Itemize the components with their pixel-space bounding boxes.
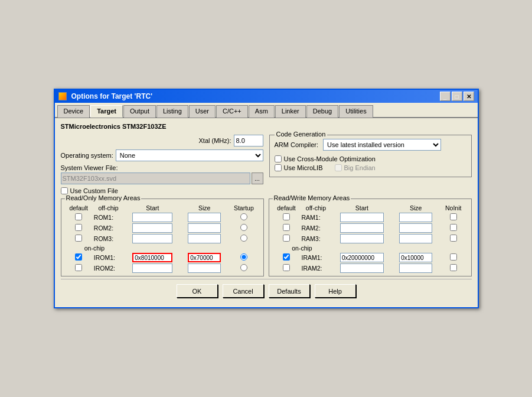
ram2-size-input[interactable] bbox=[399, 223, 432, 233]
irom2-startup-radio[interactable] bbox=[240, 264, 247, 271]
ram3-row: RAM3: bbox=[273, 233, 468, 244]
custom-file-label: Use Custom File bbox=[70, 187, 118, 194]
window-icon bbox=[58, 92, 67, 100]
irom2-default-checkbox[interactable] bbox=[75, 264, 82, 271]
iram2-default-checkbox[interactable] bbox=[283, 264, 290, 271]
irom2-row: IROM2: bbox=[65, 263, 260, 274]
readwrite-col-offchip: off-chip bbox=[300, 204, 331, 212]
readwrite-table: default off-chip Start Size NoInit RAM1: bbox=[273, 204, 468, 274]
close-button[interactable]: ✕ bbox=[464, 92, 474, 101]
right-column: Code Generation ARM Compiler: Use latest… bbox=[269, 135, 472, 196]
iram2-start-input[interactable] bbox=[340, 263, 384, 273]
ram3-size-input[interactable] bbox=[399, 234, 432, 243]
rom3-row: ROM3: bbox=[65, 233, 260, 244]
rom1-start-input[interactable] bbox=[132, 213, 172, 222]
ram2-start-input[interactable] bbox=[340, 223, 384, 233]
rom3-startup-radio[interactable] bbox=[240, 235, 247, 242]
iram1-default-checkbox[interactable] bbox=[283, 253, 290, 261]
rom1-startup-radio[interactable] bbox=[240, 213, 247, 220]
minimize-button[interactable]: _ bbox=[440, 92, 451, 101]
svf-label: System Viewer File: bbox=[61, 164, 118, 171]
ram3-default-checkbox[interactable] bbox=[283, 235, 290, 242]
cross-module-checkbox[interactable] bbox=[275, 155, 282, 162]
ram2-default-checkbox[interactable] bbox=[283, 224, 290, 231]
rom2-size-input[interactable] bbox=[188, 223, 221, 233]
rom3-label: ROM3: bbox=[93, 233, 125, 244]
title-buttons: _ □ ✕ bbox=[440, 92, 474, 101]
device-name: STMicroelectronics STM32F103ZE bbox=[61, 123, 472, 130]
cross-module-label: Use Cross-Module Optimization bbox=[284, 155, 376, 162]
readwrite-col-start: Start bbox=[331, 204, 392, 212]
iram1-row: IRAM1: bbox=[273, 252, 468, 263]
readwrite-col-noinit: NoInit bbox=[439, 204, 468, 212]
cancel-button[interactable]: Cancel bbox=[223, 284, 264, 298]
ram1-size-input[interactable] bbox=[399, 213, 432, 222]
iram1-noinit-checkbox[interactable] bbox=[450, 253, 457, 261]
readwrite-col-size: Size bbox=[393, 204, 439, 212]
irom1-size-input[interactable] bbox=[188, 253, 221, 262]
rom3-size-input[interactable] bbox=[188, 234, 221, 243]
irom2-size-input[interactable] bbox=[188, 263, 221, 273]
tab-target[interactable]: Target bbox=[90, 105, 123, 118]
arm-compiler-select[interactable]: Use latest installed version V5.06 V6.16 bbox=[323, 139, 441, 151]
ram1-start-input[interactable] bbox=[340, 213, 384, 222]
rom3-start-input[interactable] bbox=[132, 234, 172, 243]
svd-row: ... bbox=[61, 173, 263, 184]
readonly-col-offchip: off-chip bbox=[93, 204, 125, 212]
bottom-bar: OK Cancel Defaults Help bbox=[61, 279, 472, 302]
tab-output[interactable]: Output bbox=[123, 105, 156, 118]
iram1-size-input[interactable] bbox=[399, 253, 432, 262]
os-select[interactable]: None bbox=[116, 149, 263, 161]
readwrite-onchip-label: on-chip bbox=[273, 244, 332, 252]
microlib-checkbox[interactable] bbox=[275, 164, 282, 171]
svf-label-row: System Viewer File: bbox=[61, 164, 263, 171]
xtal-input[interactable] bbox=[234, 135, 263, 147]
defaults-button[interactable]: Defaults bbox=[269, 284, 310, 298]
custom-file-checkbox[interactable] bbox=[61, 187, 68, 194]
tab-cpp[interactable]: C/C++ bbox=[216, 105, 248, 118]
rom2-start-input[interactable] bbox=[132, 223, 172, 233]
irom2-start-input[interactable] bbox=[132, 263, 172, 273]
readonly-col-start: Start bbox=[124, 204, 181, 212]
svd-browse-button[interactable]: ... bbox=[252, 173, 263, 184]
rom1-default-checkbox[interactable] bbox=[75, 213, 82, 220]
main-layout: Xtal (MHz): Operating system: None Syste… bbox=[61, 135, 472, 196]
ram1-default-checkbox[interactable] bbox=[283, 213, 290, 220]
iram2-noinit-checkbox[interactable] bbox=[450, 264, 457, 271]
ram2-row: RAM2: bbox=[273, 223, 468, 233]
help-button[interactable]: Help bbox=[315, 284, 356, 298]
rom2-default-checkbox[interactable] bbox=[75, 224, 82, 231]
rom3-default-checkbox[interactable] bbox=[75, 235, 82, 242]
memory-section: Read/Only Memory Areas default off-chip … bbox=[61, 198, 472, 276]
tab-content: STMicroelectronics STM32F103ZE Xtal (MHz… bbox=[55, 118, 478, 307]
ram3-start-input[interactable] bbox=[340, 234, 384, 243]
tab-asm[interactable]: Asm bbox=[249, 105, 275, 118]
tab-user[interactable]: User bbox=[189, 105, 216, 118]
maximize-button[interactable]: □ bbox=[452, 92, 462, 101]
ram2-noinit-checkbox[interactable] bbox=[450, 224, 457, 231]
readonly-onchip-label: on-chip bbox=[65, 244, 125, 252]
irom1-startup-radio[interactable] bbox=[240, 253, 247, 261]
tab-utilities[interactable]: Utilities bbox=[339, 105, 373, 118]
readonly-onchip-label-row: on-chip bbox=[65, 244, 260, 252]
ram1-noinit-checkbox[interactable] bbox=[450, 213, 457, 220]
ram2-label: RAM2: bbox=[300, 223, 331, 233]
irom1-default-checkbox[interactable] bbox=[75, 253, 82, 261]
rom2-label: ROM2: bbox=[93, 223, 125, 233]
rom2-startup-radio[interactable] bbox=[240, 224, 247, 231]
tab-device[interactable]: Device bbox=[57, 105, 90, 118]
code-gen-group: Code Generation ARM Compiler: Use latest… bbox=[269, 135, 472, 177]
tab-debug[interactable]: Debug bbox=[306, 105, 338, 118]
iram2-size-input[interactable] bbox=[399, 263, 432, 273]
iram1-start-input[interactable] bbox=[340, 253, 384, 262]
irom1-start-input[interactable] bbox=[132, 253, 172, 262]
code-gen-title: Code Generation bbox=[275, 131, 328, 138]
microlib-label: Use MicroLIB bbox=[284, 164, 323, 171]
ok-button[interactable]: OK bbox=[177, 284, 218, 298]
ram3-noinit-checkbox[interactable] bbox=[450, 235, 457, 242]
rom1-size-input[interactable] bbox=[188, 213, 221, 222]
cross-module-row: Use Cross-Module Optimization bbox=[275, 155, 466, 162]
left-column: Xtal (MHz): Operating system: None Syste… bbox=[61, 135, 263, 196]
tab-linker[interactable]: Linker bbox=[275, 105, 306, 118]
tab-listing[interactable]: Listing bbox=[156, 105, 188, 118]
